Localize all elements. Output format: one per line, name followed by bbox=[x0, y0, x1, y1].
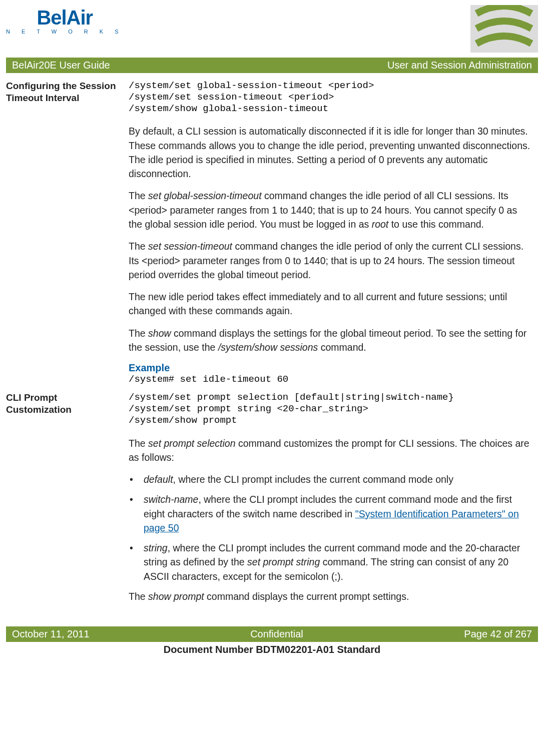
footer-bar: October 11, 2011 Confidential Page 42 of… bbox=[6, 626, 538, 642]
list-item: • switch-name, where the CLI prompt incl… bbox=[129, 492, 533, 535]
paragraph: The set session-timeout command changes … bbox=[129, 239, 533, 282]
bullet-list: • default, where the CLI prompt includes… bbox=[129, 472, 533, 583]
logo-text: BelAir bbox=[37, 8, 93, 28]
company-logo: BelAir N E T W O R K S bbox=[6, 8, 124, 35]
footer-confidential: Confidential bbox=[250, 628, 303, 640]
page-header: BelAir N E T W O R K S bbox=[6, 5, 538, 58]
paragraph: The new idle period takes effect immedia… bbox=[129, 290, 533, 318]
list-item: • string, where the CLI prompt includes … bbox=[129, 541, 533, 583]
section-title: User and Session Administration bbox=[387, 60, 532, 71]
example-command: /system# set idle-timeout 60 bbox=[129, 374, 533, 385]
heading-timeout: Configuring the Session Timeout Interval bbox=[6, 80, 120, 104]
footer-page: Page 42 of 267 bbox=[464, 628, 532, 640]
list-item: • default, where the CLI prompt includes… bbox=[129, 472, 533, 486]
logo-subtext: N E T W O R K S bbox=[6, 29, 124, 35]
paragraph: The show command displays the settings f… bbox=[129, 326, 533, 355]
section-timeout: Configuring the Session Timeout Interval… bbox=[6, 73, 538, 392]
command-block-timeout: /system/set global-session-timeout <peri… bbox=[129, 80, 533, 114]
paragraph: By default, a CLI session is automatical… bbox=[129, 124, 533, 181]
paragraph: The set global-session-timeout command c… bbox=[129, 189, 533, 231]
heading-prompt: CLI Prompt Customization bbox=[6, 392, 120, 416]
title-bar: BelAir20E User Guide User and Session Ad… bbox=[6, 58, 538, 73]
footer-date: October 11, 2011 bbox=[12, 628, 90, 640]
command-block-prompt: /system/set prompt selection [default|st… bbox=[129, 392, 533, 426]
document-number: Document Number BDTM02201-A01 Standard bbox=[6, 642, 538, 655]
example-label: Example bbox=[129, 362, 533, 374]
section-prompt: CLI Prompt Customization /system/set pro… bbox=[6, 392, 538, 611]
wave-icon bbox=[470, 5, 538, 53]
paragraph: The set prompt selection command customi… bbox=[129, 436, 533, 465]
guide-title: BelAir20E User Guide bbox=[12, 60, 110, 71]
paragraph: The show prompt command displays the cur… bbox=[129, 589, 533, 603]
